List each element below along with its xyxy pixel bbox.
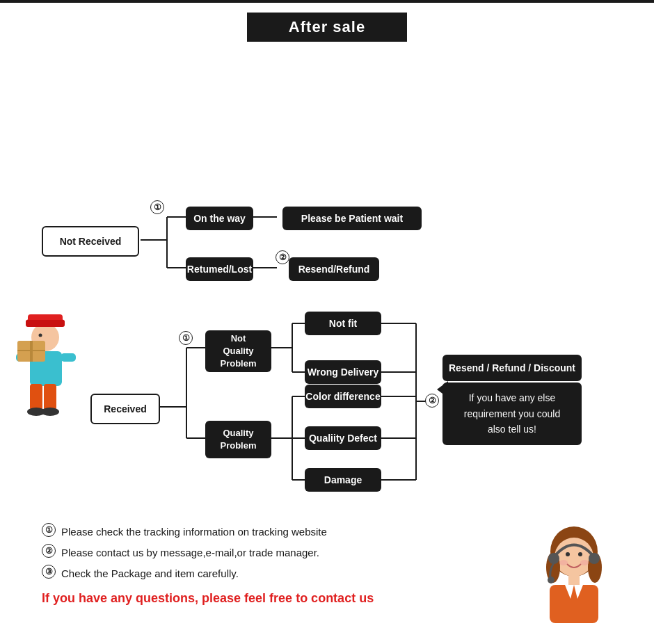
svg-point-45 <box>566 552 570 556</box>
not-quality-problem-box: NotQualityProblem <box>205 330 271 372</box>
top-border <box>0 0 654 3</box>
svg-rect-29 <box>26 320 65 327</box>
resend-refund-top-box: Resend/Refund <box>289 257 379 281</box>
circle-num-1-top: ① <box>150 200 164 214</box>
not-received-label: Not Received <box>42 226 139 257</box>
delivery-person-illustration <box>3 299 87 410</box>
info-text-1: Please check the tracking information on… <box>61 522 327 542</box>
svg-point-55 <box>548 577 555 583</box>
circle-2-footer: ② <box>42 544 56 558</box>
svg-rect-37 <box>30 384 42 410</box>
svg-rect-33 <box>61 353 76 362</box>
info-text-2: Please contact us by message,e-mail,or t… <box>61 542 319 563</box>
svg-rect-50 <box>550 585 598 623</box>
please-patient-box: Please be Patient wait <box>282 207 422 230</box>
circle-1-footer: ① <box>42 523 56 537</box>
circle-num-2-top: ② <box>276 250 289 264</box>
svg-rect-49 <box>568 575 580 586</box>
diagram-area: Not Received ① On the way Retumed/Lost P… <box>0 63 654 508</box>
footer-section: ① Please check the tracking information … <box>0 508 654 620</box>
svg-point-48 <box>580 560 589 565</box>
extra-note-box: If you have any elserequirement you coul… <box>442 383 582 445</box>
contact-text: If you have any questions, please feel f… <box>42 591 612 606</box>
quality-problem-box: QualityProblem <box>205 421 271 458</box>
info-list: ① Please check the tracking information … <box>42 522 612 584</box>
resend-refund-discount-box: Resend / Refund / Discount <box>442 355 582 381</box>
svg-point-46 <box>578 552 582 556</box>
svg-point-53 <box>548 553 559 564</box>
header: After sale <box>0 0 654 49</box>
quality-defect-box: Qualiity Defect <box>305 426 381 450</box>
returned-lost-box: Retumed/Lost <box>186 257 253 281</box>
info-item-2: ② Please contact us by message,e-mail,or… <box>42 542 612 563</box>
svg-rect-38 <box>44 384 56 410</box>
svg-rect-36 <box>30 341 33 362</box>
svg-point-30 <box>39 334 42 337</box>
wrong-delivery-box: Wrong Delivery <box>305 360 381 384</box>
info-text-3: Check the Package and item carefully. <box>61 563 239 584</box>
svg-point-42 <box>555 538 593 577</box>
svg-point-54 <box>589 553 600 564</box>
svg-point-47 <box>559 560 568 565</box>
not-fit-box: Not fit <box>305 312 381 335</box>
circle-3-footer: ③ <box>42 565 56 579</box>
on-the-way-box: On the way <box>186 207 253 230</box>
info-item-1: ① Please check the tracking information … <box>42 522 612 542</box>
svg-point-40 <box>41 408 59 416</box>
damage-box: Damage <box>305 468 381 492</box>
circle-num-1-received: ① <box>179 331 193 345</box>
support-agent-illustration <box>529 522 612 613</box>
info-item-3: ③ Check the Package and item carefully. <box>42 563 612 584</box>
color-difference-box: Color difference <box>305 385 381 408</box>
received-label: Received <box>90 394 160 424</box>
page-title: After sale <box>247 13 407 42</box>
